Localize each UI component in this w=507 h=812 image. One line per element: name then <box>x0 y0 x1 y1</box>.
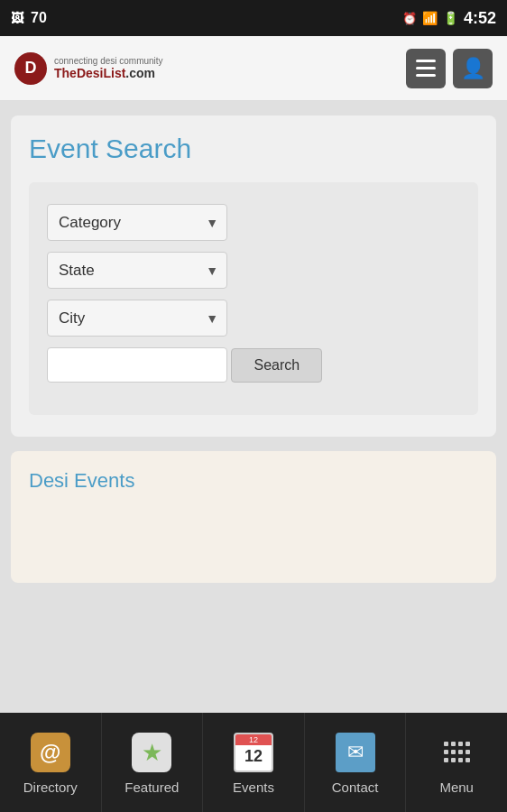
menu-nav-label: Menu <box>439 780 474 795</box>
state-dropdown[interactable]: State California New York Texas Florida <box>47 252 227 289</box>
status-left: 🖼 70 <box>11 10 47 26</box>
notification-icon: 🖼 <box>11 11 23 25</box>
wifi-icon: 📶 <box>422 11 438 25</box>
menu-dots <box>444 742 470 762</box>
status-time: 4:52 <box>464 9 496 28</box>
featured-nav-label: Featured <box>124 780 179 795</box>
signal-strength: 70 <box>31 10 47 26</box>
logo-icon: D <box>14 52 47 85</box>
featured-nav-icon <box>130 731 173 774</box>
category-dropdown-wrapper: Category Music Food Sports Dance ▼ <box>47 204 227 241</box>
logo-area: D connecting desi community TheDesiList.… <box>14 52 163 85</box>
city-dropdown-wrapper: City Los Angeles New York Houston Miami … <box>47 300 227 337</box>
nav-item-contact[interactable]: Contact <box>305 713 407 812</box>
nav-item-directory[interactable]: Directory <box>0 713 102 812</box>
desi-events-title: Desi Events <box>29 469 478 493</box>
events-nav-label: Events <box>233 780 274 795</box>
category-dropdown[interactable]: Category Music Food Sports Dance <box>47 204 227 241</box>
contact-nav-label: Contact <box>332 780 379 795</box>
status-bar: 🖼 70 ⏰ 📶 🔋 4:52 <box>0 0 507 36</box>
logo-text-area: connecting desi community TheDesiList.co… <box>54 56 163 80</box>
nav-item-events[interactable]: 12 12 Events <box>203 713 305 812</box>
nav-item-menu[interactable]: Menu <box>406 713 507 812</box>
bottom-nav: Directory Featured 12 12 Events Contact <box>0 713 507 812</box>
status-right: ⏰ 📶 🔋 4:52 <box>402 9 496 28</box>
contact-icon <box>336 733 375 772</box>
page-title: Event Search <box>29 134 478 164</box>
search-input[interactable] <box>47 347 227 383</box>
main-content: Event Search Category Music Food Sports … <box>0 101 507 713</box>
header-icons: 👤 <box>406 49 493 88</box>
battery-icon: 🔋 <box>443 11 458 25</box>
event-search-card: Event Search Category Music Food Sports … <box>11 115 496 437</box>
star-icon <box>132 733 171 772</box>
directory-nav-label: Directory <box>23 780 78 795</box>
events-nav-icon: 12 12 <box>232 731 275 774</box>
calendar-icon: 12 12 <box>234 733 273 772</box>
state-dropdown-wrapper: State California New York Texas Florida … <box>47 252 227 289</box>
alarm-icon: ⏰ <box>402 12 417 25</box>
logo-tagline: connecting desi community <box>54 56 163 66</box>
menu-button[interactable] <box>406 49 446 88</box>
desi-events-card: Desi Events <box>11 451 496 583</box>
at-icon <box>31 733 70 772</box>
contact-nav-icon <box>334 731 377 774</box>
logo-name: TheDesiList.com <box>54 66 163 80</box>
profile-icon: 👤 <box>461 57 485 80</box>
menu-nav-icon <box>435 731 478 774</box>
city-dropdown[interactable]: City Los Angeles New York Houston Miami <box>47 300 227 337</box>
directory-nav-icon <box>29 731 72 774</box>
header: D connecting desi community TheDesiList.… <box>0 36 507 101</box>
menu-grid-icon <box>437 733 476 772</box>
hamburger-icon <box>416 60 436 77</box>
profile-button[interactable]: 👤 <box>453 49 493 88</box>
nav-item-featured[interactable]: Featured <box>102 713 204 812</box>
search-button[interactable]: Search <box>231 348 322 383</box>
search-form-box: Category Music Food Sports Dance ▼ State… <box>29 182 478 415</box>
